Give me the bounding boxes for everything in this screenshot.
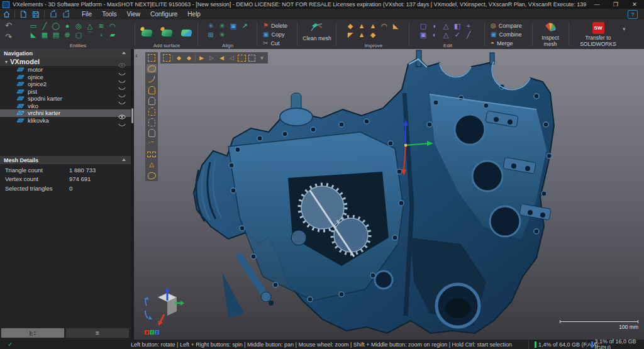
select-visible-icon[interactable]: ◆ [175, 53, 183, 62]
minimize-button[interactable]: — [587, 0, 606, 9]
lasso-selection-icon[interactable] [147, 171, 157, 180]
improve-outliers-icon[interactable]: ▲ [367, 21, 379, 30]
select-all-layers-icon[interactable]: ◆ [185, 53, 193, 62]
entity-line-icon[interactable]: ╱ [39, 21, 50, 30]
inspect-mesh-button[interactable]: Inspect mesh [535, 22, 566, 48]
home-icon[interactable] [0, 10, 13, 19]
entity-rect-icon[interactable]: ▢ [73, 30, 84, 39]
improve-clean-icon[interactable]: ▲ [356, 30, 367, 39]
edit-defeature-icon[interactable]: ▢ [418, 21, 429, 30]
entity-cone-icon[interactable]: △ [84, 21, 96, 30]
zoom-region-icon[interactable] [248, 53, 256, 62]
menu-tools[interactable]: Tools [97, 11, 121, 18]
improve-fill-icon[interactable]: ◆ [345, 21, 356, 30]
align-triad-icon[interactable]: ✳ [205, 21, 216, 30]
compare-button[interactable]: ◎ Compare [491, 22, 522, 29]
menu-configure[interactable]: Configure [145, 11, 182, 18]
maximize-button[interactable]: ❐ [606, 0, 625, 9]
edit-fix-icon[interactable]: ✓ [452, 30, 463, 39]
engine-mesh[interactable] [134, 49, 644, 340]
edit-smooth-icon[interactable]: ◗ [429, 21, 440, 30]
entity-polyline-icon[interactable]: ‹ [96, 30, 107, 39]
grow-selection-icon[interactable]: ▶ [197, 53, 206, 62]
transfer-dropdown-caret-icon[interactable]: ▾ [623, 26, 626, 32]
improve-boundary-icon[interactable]: ◠ [379, 21, 390, 30]
improve-smooth-icon[interactable]: ◆ [367, 30, 379, 39]
plane-selection-icon[interactable]: △ [147, 160, 157, 169]
entity-ruler-icon[interactable]: ▭ [28, 21, 39, 30]
tree-item-spodni-karter[interactable]: spodni karter [0, 95, 131, 102]
entity-point-icon[interactable]: ● [62, 21, 73, 30]
export-session-icon[interactable] [59, 10, 72, 19]
entity-slab-icon[interactable]: ▰ [107, 30, 118, 39]
rect-selection-icon[interactable] [147, 53, 157, 62]
entity-angle-icon[interactable]: ◣ [28, 30, 39, 39]
menu-help[interactable]: Help [182, 11, 206, 18]
connect-path-icon[interactable] [147, 75, 157, 84]
entity-mesh-icon[interactable]: ▤ [50, 30, 62, 39]
improve-holes-icon[interactable]: ◣ [390, 21, 401, 30]
menu-file[interactable]: File [77, 11, 97, 18]
surface-selection-icon[interactable] [147, 128, 157, 137]
import-session-icon[interactable] [47, 10, 59, 19]
tree-item-ojnice2[interactable]: ojnice2 [0, 80, 131, 88]
combine-button[interactable]: ▣ Combine [491, 31, 521, 38]
tree-item-viko[interactable]: viko [0, 102, 131, 110]
edit-boolean-icon[interactable]: ▣ [418, 30, 429, 39]
invert-selection-icon[interactable]: ◀ [218, 53, 226, 62]
edit-extend-icon[interactable]: + [463, 21, 474, 30]
brush-selection-icon[interactable] [147, 86, 157, 94]
add-surface-manual-icon[interactable] [160, 29, 174, 37]
tree-item-motor[interactable]: motor [0, 66, 131, 74]
align-grid-icon[interactable]: ⊞ [205, 30, 216, 39]
align-axes-icon[interactable]: ✳ [216, 30, 228, 39]
menu-view[interactable]: View [121, 11, 145, 18]
curvature-selection-icon[interactable] [147, 139, 157, 148]
cut-button[interactable]: ✂ Cut [263, 40, 279, 47]
transfer-solidworks-button[interactable]: SW Transfer to SOLIDWORKS [574, 22, 623, 48]
tree-item-klikovka[interactable]: klikovka [0, 117, 131, 125]
entity-ellipse-icon[interactable]: ◎ [73, 21, 84, 30]
improve-bridge-icon[interactable]: ◤ [345, 30, 356, 39]
entity-grid-icon[interactable]: ▦ [39, 30, 50, 39]
entity-sphere-icon[interactable]: ⊕ [62, 30, 73, 39]
undo-icon[interactable]: ↶ [5, 21, 12, 30]
tree-root-vxmodel[interactable]: ▾ VXmodel [0, 57, 131, 66]
collapse-viewport-panel-icon[interactable]: ‹ [135, 52, 138, 59]
close-button[interactable]: ✕ [625, 0, 644, 9]
flood-selection-icon[interactable] [147, 107, 157, 116]
align-target-icon[interactable]: ✳ [216, 21, 228, 30]
entity-arc-icon[interactable]: ◠ [107, 21, 118, 30]
improve-spikes-icon[interactable]: ▲ [356, 21, 367, 30]
tree-item-ojnice[interactable]: ojnice [0, 74, 131, 81]
edit-refine-icon[interactable]: △ [440, 30, 452, 39]
redo-icon[interactable]: ↷ [5, 32, 12, 42]
navigation-header[interactable]: Navigation [0, 49, 131, 57]
save-icon[interactable] [30, 10, 42, 19]
clean-mesh-button[interactable]: Clean mesh [301, 22, 333, 42]
entity-circle-icon[interactable]: ◯ [50, 21, 62, 30]
pair-selection-icon[interactable] [147, 150, 157, 158]
shrink-selection-icon[interactable]: ▷ [208, 53, 216, 62]
toolbar-overflow-caret-icon[interactable]: ▾ [258, 53, 266, 62]
align-surface-icon[interactable]: ▣ [228, 21, 239, 30]
tree-view-button[interactable] [1, 328, 64, 338]
expander-icon[interactable]: ▾ [5, 59, 8, 65]
help-bubble-icon[interactable]: ? [628, 10, 638, 19]
merge-button[interactable]: ◓ Merge [491, 40, 513, 47]
splitter-grip[interactable] [131, 108, 133, 123]
edit-decimate-icon[interactable]: △ [440, 21, 452, 30]
brush-selection-alt-icon[interactable] [147, 96, 157, 105]
edit-offset-icon[interactable]: ◐ [429, 30, 440, 39]
copy-button[interactable]: ▣ Copy [263, 31, 284, 38]
delete-button[interactable]: ⚑ Delete [263, 22, 287, 29]
select-through-icon[interactable] [162, 53, 170, 62]
freeform-selection-icon[interactable] [147, 64, 157, 73]
viewport-3d[interactable]: ‹ △ ◆ ◆ ▶ ▷ ◀ ◁ [134, 49, 644, 340]
align-pin-icon[interactable]: ↗ [239, 21, 250, 30]
entity-stack-icon[interactable]: ≋ [96, 21, 107, 30]
tree-item-vrchni-karter[interactable]: vrchni karter [0, 109, 131, 117]
list-view-button[interactable]: ≡ [66, 328, 129, 338]
zoom-selection-icon[interactable] [238, 53, 246, 62]
new-session-icon[interactable] [17, 10, 30, 19]
